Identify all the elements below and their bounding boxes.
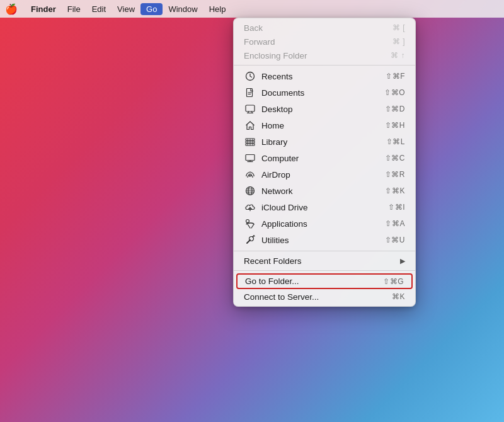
menubar-go[interactable]: Go (140, 3, 163, 15)
computer-icon (244, 152, 256, 164)
menu-item-network[interactable]: Network ⇧⌘K (234, 183, 415, 199)
svg-rect-4 (246, 105, 255, 111)
menubar-edit[interactable]: Edit (86, 3, 112, 15)
menu-item-utilities[interactable]: Utilities ⇧⌘U (234, 232, 415, 248)
menu-item-go-to-folder[interactable]: Go to Folder... ⇧⌘G (236, 273, 413, 289)
svg-point-24 (246, 220, 249, 223)
menu-item-library[interactable]: Library ⇧⌘L (234, 134, 415, 150)
recents-icon (244, 70, 256, 83)
menu-item-documents[interactable]: Documents ⇧⌘O (234, 84, 415, 101)
icloud-icon (244, 201, 256, 214)
applications-icon (244, 217, 256, 230)
menubar-finder[interactable]: Finder (25, 3, 62, 15)
network-icon (244, 185, 256, 197)
desktop-icon (244, 103, 256, 115)
svg-rect-14 (246, 155, 255, 161)
menu-item-icloud[interactable]: iCloud Drive ⇧⌘I (234, 199, 415, 215)
menubar-window[interactable]: Window (163, 3, 203, 15)
svg-line-26 (251, 224, 254, 228)
menu-item-recents[interactable]: Recents ⇧⌘F (234, 68, 415, 84)
menu-item-enclosing[interactable]: Enclosing Folder ⌘ ↑ (234, 48, 415, 62)
utilities-icon (244, 234, 256, 246)
separator-2 (234, 251, 415, 251)
separator-1 (234, 65, 415, 66)
svg-line-25 (248, 224, 250, 228)
menu-item-forward[interactable]: Forward ⌘ ] (234, 35, 415, 48)
svg-line-31 (254, 236, 255, 236)
library-icon (244, 135, 256, 148)
menu-item-back[interactable]: Back ⌘ [ (234, 21, 415, 35)
airdrop-icon (244, 168, 256, 181)
menu-item-recent-folders[interactable]: Recent Folders ▶ (234, 254, 415, 268)
home-icon (244, 119, 256, 132)
menu-item-home[interactable]: Home ⇧⌘H (234, 117, 415, 134)
menubar-file[interactable]: File (62, 3, 86, 15)
menubar-help[interactable]: Help (203, 3, 232, 15)
separator-3 (234, 270, 415, 271)
menu-item-airdrop[interactable]: AirDrop ⇧⌘R (234, 166, 415, 183)
menu-item-connect-to-server[interactable]: Connect to Server... ⌘K (234, 290, 415, 304)
apple-menu[interactable]: 🍎 (5, 3, 18, 15)
menubar: 🍎 Finder File Edit View Go Window Help (0, 0, 504, 18)
desktop: 🍎 Finder File Edit View Go Window Help B… (0, 0, 504, 422)
chevron-right-icon: ▶ (400, 257, 405, 265)
go-menu-dropdown: Back ⌘ [ Forward ⌘ ] Enclosing Folder ⌘ … (233, 18, 416, 307)
menu-item-applications[interactable]: Applications ⇧⌘A (234, 215, 415, 232)
documents-icon (244, 86, 256, 99)
menu-item-computer[interactable]: Computer ⇧⌘C (234, 150, 415, 166)
menubar-view[interactable]: View (112, 3, 140, 15)
menu-item-desktop[interactable]: Desktop ⇧⌘D (234, 101, 415, 117)
